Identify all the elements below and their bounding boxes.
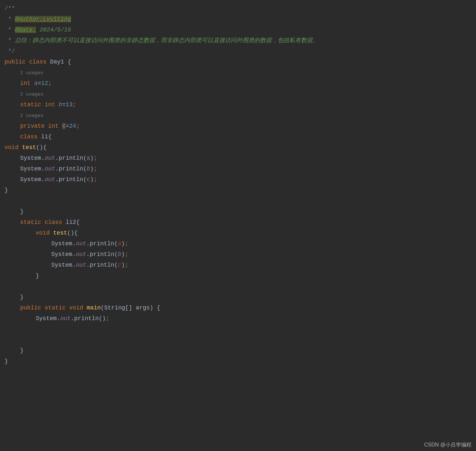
println-b: System.out.println(b);: [0, 164, 476, 174]
println-c-err: System.out.println(c);: [0, 260, 476, 271]
watermark-text: CSDN @小吕学编程: [424, 442, 471, 448]
doc-date: * @Date: 2024/5/15: [0, 25, 476, 35]
inner-class-li: class li{: [0, 132, 476, 142]
blank-line: [0, 196, 476, 206]
code-editor[interactable]: /** * @Author:Lvyiting * @Date: 2024/5/1…: [0, 0, 476, 370]
field-c: private int c=24;: [0, 121, 476, 132]
field-b: static int b=13;: [0, 99, 476, 110]
println-empty: System.out.println();: [0, 313, 476, 324]
method-test2-close: }: [0, 271, 476, 281]
doc-close: */: [0, 46, 476, 57]
usage-hint-b[interactable]: 2 usages: [0, 89, 476, 99]
doc-author: * @Author:Lvyiting: [0, 14, 476, 25]
method-test2-decl: void test(){: [0, 228, 476, 238]
println-c: System.out.println(c);: [0, 174, 476, 185]
class-close: }: [0, 356, 476, 367]
inner-li-close: }: [0, 206, 476, 217]
blank-line-3: [0, 324, 476, 335]
main-method-decl: public static void main(String[] args) {: [0, 303, 476, 313]
blank-line-2: [0, 281, 476, 292]
usage-hint-a[interactable]: 2 usages: [0, 67, 476, 78]
println-b2: System.out.println(b);: [0, 249, 476, 260]
blank-line-4: [0, 335, 476, 345]
method-test-close: }: [0, 185, 476, 196]
method-test-decl: void test(){: [0, 142, 476, 153]
main-close: }: [0, 345, 476, 356]
field-a: int a=12;: [0, 78, 476, 89]
inner-li2-close: }: [0, 292, 476, 303]
println-a-err: System.out.println(a);: [0, 238, 476, 249]
inner-class-li2: static class li2{: [0, 217, 476, 228]
doc-open: /**: [0, 3, 476, 14]
println-a: System.out.println(a);: [0, 153, 476, 164]
usage-hint-c[interactable]: 2 usages: [0, 110, 476, 121]
class-declaration: public class Day1 {: [0, 57, 476, 67]
doc-summary: * 总结：静态内部类不可以直接访问外围类的非静态数据，而非静态内部类可以直接访问…: [0, 35, 476, 46]
